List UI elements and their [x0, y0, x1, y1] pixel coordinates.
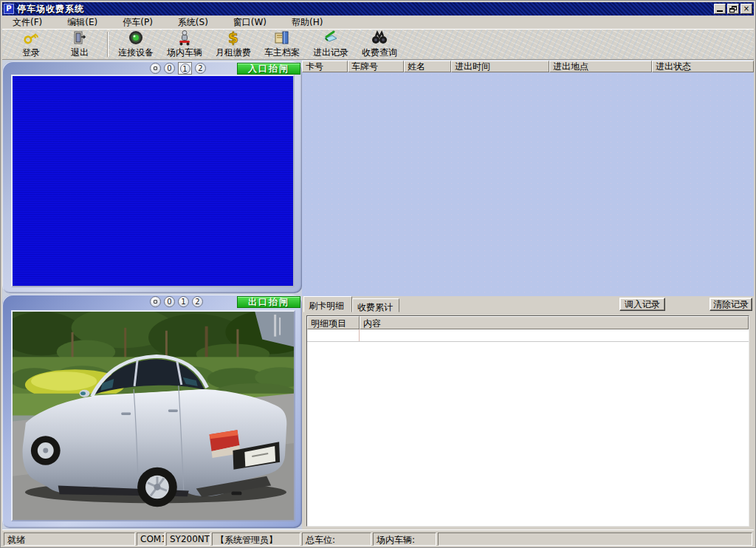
entrance-camera-1-button[interactable]: 1	[180, 64, 190, 74]
svg-text:$: $	[228, 30, 238, 46]
records-section: 卡号 车牌号 姓名 进出时间 进出地点 进出状态 刷卡明细 收费累计 调入记录 …	[302, 60, 754, 530]
monthly-fee-button[interactable]: $ 月租缴费	[209, 30, 258, 59]
title-bar[interactable]: P 停车场收费系统 ×	[2, 2, 754, 16]
check-record-icon	[322, 30, 340, 46]
col-name[interactable]: 姓名	[404, 61, 451, 72]
entrance-video-panel: 0 1 2 入口抬闸	[2, 61, 302, 293]
col-detail-item[interactable]: 明细项目	[307, 316, 360, 329]
exit-camera-0-button[interactable]: 0	[164, 296, 175, 307]
exit-video-screen	[11, 310, 295, 521]
login-button[interactable]: 登录	[7, 30, 55, 59]
detail-zone: 刷卡明细 收费累计 调入记录 清除记录 明细项目 内容	[302, 296, 754, 530]
app-icon: P	[4, 4, 14, 14]
exit-video-panel: 0 1 2 出口抬闸	[2, 295, 302, 528]
toolbar: 登录 退出 连接设备 场内车辆 $ 月租缴费 车主档案 进出记录	[2, 29, 754, 60]
clear-records-button[interactable]: 清除记录	[709, 298, 752, 311]
status-user: 【系统管理员】	[212, 532, 300, 546]
detail-content-cell	[360, 329, 749, 341]
entrance-camera-0-button[interactable]: 0	[164, 63, 175, 74]
window-title: 停车场收费系统	[17, 3, 714, 16]
col-location[interactable]: 进出地点	[549, 61, 652, 72]
exit-camera-1-button[interactable]: 1	[178, 296, 189, 307]
status-device: SY200NT2	[166, 532, 210, 546]
toolbar-separator	[107, 32, 109, 57]
fee-query-button[interactable]: 收费查询	[355, 30, 404, 59]
owner-files-label: 车主档案	[264, 47, 300, 59]
exit-door-icon	[71, 30, 89, 46]
status-com-port: COM1	[137, 532, 165, 546]
dollar-icon: $	[224, 30, 242, 46]
status-total-spaces: 总车位:	[302, 532, 371, 546]
exit-camera-controls: 0 1 2 出口抬闸	[150, 295, 300, 308]
entrance-camera-controls: 0 1 2 入口抬闸	[150, 62, 300, 75]
records-table-header: 卡号 车牌号 姓名 进出时间 进出地点 进出状态	[302, 61, 754, 72]
silver-sedan-photo	[13, 312, 294, 520]
square-icon	[154, 66, 157, 70]
menu-help[interactable]: 帮助(H)	[284, 15, 330, 30]
entrance-video-screen	[11, 75, 295, 287]
binoculars-icon	[371, 30, 388, 46]
close-button[interactable]: ×	[740, 4, 752, 14]
status-in-lot-count: 场内车辆:	[373, 532, 436, 546]
col-card-number[interactable]: 卡号	[302, 61, 348, 72]
fee-query-label: 收费查询	[362, 47, 397, 59]
detail-item-cell	[307, 329, 360, 341]
main-area: 0 1 2 入口抬闸 0 1 2 出口抬闸	[2, 60, 754, 530]
in-lot-vehicles-button[interactable]: 场内车辆	[160, 30, 209, 59]
in-lot-vehicles-label: 场内车辆	[167, 47, 202, 59]
camera-lens-icon	[127, 30, 145, 46]
menu-system[interactable]: 系统(S)	[171, 15, 216, 30]
menu-edit[interactable]: 编辑(E)	[60, 15, 105, 30]
parking-system-window: { "window": { "icon_letter": "P", "title…	[0, 0, 756, 548]
entrance-camera-2-button[interactable]: 2	[195, 63, 206, 74]
status-ready: 就绪	[4, 532, 135, 546]
records-table-body[interactable]	[302, 72, 754, 296]
monthly-fee-label: 月租缴费	[216, 47, 251, 59]
status-extra	[438, 532, 752, 546]
col-time[interactable]: 进出时间	[451, 61, 549, 72]
menu-parking[interactable]: 停车(P)	[115, 15, 160, 30]
entry-exit-records-button[interactable]: 进出记录	[306, 30, 355, 59]
status-bar: 就绪 COM1 SY200NT2 【系统管理员】 总车位: 场内车辆:	[2, 530, 754, 546]
menu-bar: 文件(F) 编辑(E) 停车(P) 系统(S) 窗口(W) 帮助(H)	[2, 16, 754, 29]
detail-table-header: 明细项目 内容	[307, 316, 749, 329]
owner-files-button[interactable]: 车主档案	[258, 30, 306, 59]
entrance-camera-all-button[interactable]	[150, 63, 161, 74]
load-records-button[interactable]: 调入记录	[619, 298, 665, 311]
detail-empty-row[interactable]	[307, 329, 749, 342]
menu-file[interactable]: 文件(F)	[5, 15, 49, 30]
entrance-gate-open-button[interactable]: 入口抬闸	[237, 63, 300, 75]
scooter-person-icon	[176, 30, 193, 46]
minimize-button[interactable]	[714, 4, 726, 14]
col-plate-number[interactable]: 车牌号	[348, 61, 404, 72]
exit-button[interactable]: 退出	[55, 30, 104, 59]
entrance-camera-selected-frame: 1	[178, 62, 192, 75]
archive-books-icon	[273, 30, 291, 46]
detail-table: 明细项目 内容	[306, 315, 749, 527]
connect-device-label: 连接设备	[118, 47, 154, 59]
login-label: 登录	[22, 47, 40, 59]
col-content[interactable]: 内容	[360, 316, 749, 329]
entry-exit-records-label: 进出记录	[313, 47, 348, 59]
key-icon	[22, 30, 40, 46]
tab-fee-total[interactable]: 收费累计	[352, 298, 399, 312]
square-icon	[154, 300, 157, 304]
exit-camera-2-button[interactable]: 2	[192, 296, 203, 307]
connect-device-button[interactable]: 连接设备	[111, 30, 160, 59]
tab-swipe-detail[interactable]: 刷卡明细	[303, 296, 352, 312]
exit-gate-open-button[interactable]: 出口抬闸	[237, 296, 300, 308]
exit-label: 退出	[71, 47, 89, 59]
menu-window[interactable]: 窗口(W)	[226, 15, 274, 30]
exit-camera-all-button[interactable]	[150, 296, 161, 307]
restore-button[interactable]	[727, 4, 739, 14]
detail-tabs: 刷卡明细 收费累计 调入记录 清除记录	[302, 296, 754, 312]
col-status[interactable]: 进出状态	[652, 61, 754, 72]
